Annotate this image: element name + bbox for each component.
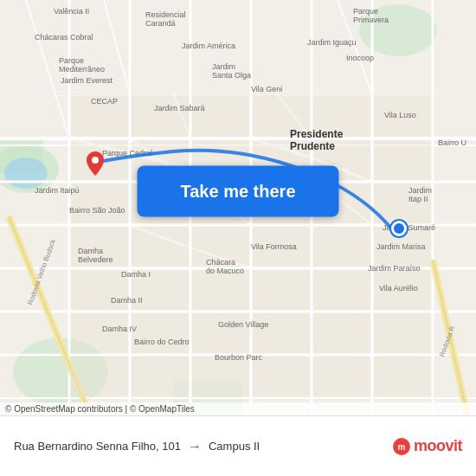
svg-rect-73 bbox=[313, 357, 370, 396]
svg-rect-45 bbox=[71, 183, 128, 223]
svg-rect-69 bbox=[71, 357, 128, 396]
svg-rect-36 bbox=[253, 95, 310, 137]
svg-rect-62 bbox=[374, 270, 431, 310]
svg-rect-71 bbox=[192, 357, 249, 396]
bottom-bar: Rua Bernardino Senna Filho, 101 → Campus… bbox=[0, 415, 476, 476]
map-container: Valência II ResidencialCarandá ParquePri… bbox=[0, 0, 476, 415]
svg-rect-34 bbox=[132, 95, 189, 137]
svg-rect-72 bbox=[253, 357, 310, 396]
destination-text: Campus II bbox=[209, 440, 260, 453]
svg-rect-38 bbox=[374, 95, 431, 137]
svg-rect-64 bbox=[132, 313, 189, 353]
take-me-there-button[interactable]: Take me there bbox=[137, 165, 338, 216]
svg-point-75 bbox=[92, 157, 99, 164]
svg-rect-65 bbox=[192, 313, 249, 353]
svg-rect-50 bbox=[374, 183, 431, 223]
svg-rect-54 bbox=[253, 227, 310, 267]
svg-rect-67 bbox=[313, 313, 370, 353]
moovit-logo-icon: m bbox=[393, 438, 410, 455]
svg-point-6 bbox=[4, 158, 48, 189]
svg-rect-66 bbox=[253, 313, 310, 353]
svg-rect-57 bbox=[71, 270, 128, 310]
svg-text:m: m bbox=[398, 442, 406, 452]
route-info: Rua Bernardino Senna Filho, 101 → Campus… bbox=[14, 439, 393, 454]
origin-text: Rua Bernardino Senna Filho, 101 bbox=[14, 440, 181, 453]
svg-rect-35 bbox=[192, 95, 249, 137]
moovit-logo: m moovit bbox=[393, 437, 462, 455]
svg-rect-52 bbox=[132, 227, 189, 267]
svg-rect-74 bbox=[374, 357, 431, 396]
svg-rect-59 bbox=[192, 270, 249, 310]
svg-rect-33 bbox=[71, 95, 128, 137]
origin-pin bbox=[87, 151, 104, 176]
map-attribution: © OpenStreetMap contributors | © OpenMap… bbox=[0, 402, 476, 415]
svg-rect-53 bbox=[192, 227, 249, 267]
svg-rect-51 bbox=[71, 227, 128, 267]
svg-rect-63 bbox=[71, 313, 128, 353]
svg-rect-58 bbox=[132, 270, 189, 310]
arrow-right-icon: → bbox=[188, 439, 202, 454]
moovit-brand-text: moovit bbox=[414, 437, 462, 455]
svg-rect-44 bbox=[374, 140, 431, 180]
destination-marker bbox=[391, 221, 407, 236]
svg-rect-70 bbox=[132, 357, 189, 396]
svg-rect-60 bbox=[253, 270, 310, 310]
svg-rect-55 bbox=[313, 227, 370, 267]
svg-rect-68 bbox=[374, 313, 431, 353]
svg-rect-61 bbox=[313, 270, 370, 310]
svg-rect-37 bbox=[313, 95, 370, 137]
